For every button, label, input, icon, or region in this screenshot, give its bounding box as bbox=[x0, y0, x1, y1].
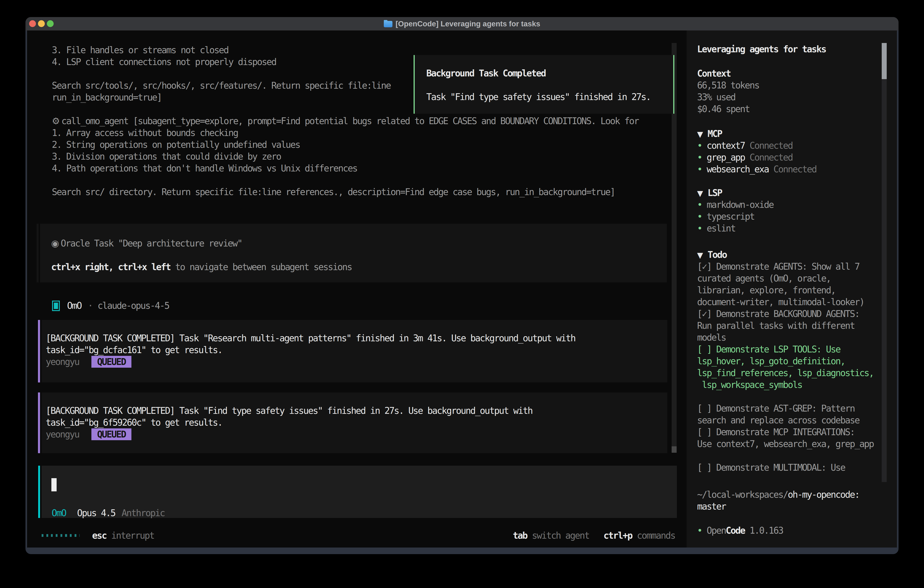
mcp-item: •grep_appConnected bbox=[697, 152, 817, 163]
session-sidebar: Leveraging agents for tasks Context 66,5… bbox=[686, 30, 897, 548]
task-message-accent bbox=[38, 320, 40, 382]
dot-icon: • bbox=[697, 199, 707, 211]
status-bar: esc interrupt tab switch agentctrl+p com… bbox=[27, 530, 686, 542]
text-cursor bbox=[51, 478, 57, 491]
task-message: [BACKGROUND TASK COMPLETED] Task "Resear… bbox=[41, 320, 667, 382]
todo-pending-line: Use context7, websearch_exa, grep_app bbox=[697, 438, 873, 450]
shortcut-esc: esc interrupt bbox=[92, 530, 154, 542]
chat-line: 1. Array access without bounds checking bbox=[52, 127, 639, 139]
chat-scrollbar-thumb[interactable] bbox=[672, 446, 676, 453]
todo-pending-line: [ ] Demonstrate MCP INTEGRATIONS: bbox=[697, 426, 873, 438]
spinner-dots bbox=[41, 534, 79, 537]
sidebar-scrollbar[interactable] bbox=[882, 43, 887, 482]
tool-call-line: ⚙call_omo_agent [subagent_type=explore, … bbox=[52, 115, 639, 127]
lsp-item: •eslint bbox=[697, 222, 774, 234]
todo-active-line: [ ] Demonstrate LSP TOOLS: Use bbox=[697, 344, 873, 355]
agent-icon bbox=[52, 301, 60, 311]
task-author: yeongyu bbox=[46, 429, 79, 439]
dot-icon: • bbox=[697, 152, 707, 163]
lsp-item: •markdown-oxide bbox=[697, 199, 774, 211]
dot-icon: • bbox=[697, 140, 707, 152]
tool-call-text: call_omo_agent [subagent_type=explore, p… bbox=[61, 116, 639, 126]
context-tokens: 66,518 tokens bbox=[697, 79, 759, 91]
todo-pending-line bbox=[697, 391, 873, 403]
task-message-line: [BACKGROUND TASK COMPLETED] Task "Resear… bbox=[46, 332, 667, 344]
workspace-path: ~/local-workspaces/oh-my-opencode: maste… bbox=[697, 489, 859, 512]
window-titlebar[interactable]: [OpenCode] Leveraging agents for tasks bbox=[25, 17, 899, 30]
task-message-line: [BACKGROUND TASK COMPLETED] Task "Find t… bbox=[46, 405, 667, 416]
lsp-heading[interactable]: ▼LSP bbox=[697, 187, 774, 199]
sidebar-session-title: Leveraging agents for tasks bbox=[697, 44, 826, 55]
todo-active-line: lsp_find_references, lsp_diagnostics, bbox=[697, 367, 873, 379]
todo-done-line: librarian, explore, frontend, bbox=[697, 284, 873, 296]
chat-line: Search src/ directory. Return specific f… bbox=[52, 186, 639, 198]
context-section: Context 66,518 tokens 33% used $0.46 spe… bbox=[697, 68, 759, 115]
context-spent: $0.46 spent bbox=[697, 103, 759, 115]
workspace-branch: master bbox=[697, 500, 859, 512]
shortcut-hints: tab switch agentctrl+p commands bbox=[513, 530, 675, 542]
todo-heading[interactable]: ▼Todo bbox=[697, 249, 873, 261]
chevron-down-icon: ▼ bbox=[697, 249, 708, 261]
version-row: •OpenCode 1.0.163 bbox=[697, 525, 783, 537]
background-task-notification: Background Task Completed Task "Find typ… bbox=[414, 55, 674, 114]
gear-icon: ⚙ bbox=[52, 115, 61, 127]
agent-name: OmO bbox=[67, 301, 81, 311]
input-accent bbox=[38, 466, 40, 518]
chat-line: 3. Division operations that could divide… bbox=[52, 150, 639, 162]
chat-line bbox=[52, 174, 639, 186]
prompt-input[interactable]: OmOOpus 4.5Anthropic bbox=[41, 466, 677, 518]
dot-icon: • bbox=[697, 222, 707, 234]
input-model-name: Opus 4.5 bbox=[77, 508, 115, 518]
chevron-down-icon: ▼ bbox=[697, 187, 708, 199]
status-badge: QUEUED bbox=[91, 356, 131, 368]
mcp-item: •websearch_exaConnected bbox=[697, 163, 817, 175]
folder-icon bbox=[384, 21, 393, 27]
terminal-content: 3. File handles or streams not closed4. … bbox=[27, 30, 897, 548]
oracle-task-box[interactable]: ◉Oracle Task "Deep architecture review" … bbox=[40, 224, 667, 282]
dot-icon: • bbox=[697, 211, 707, 222]
record-icon: ◉ bbox=[51, 237, 61, 249]
chevron-down-icon: ▼ bbox=[697, 128, 708, 140]
window-title: [OpenCode] Leveraging agents for tasks bbox=[25, 17, 899, 30]
todo-active-line: lsp_hover, lsp_goto_definition, bbox=[697, 355, 873, 367]
oracle-task-title: ◉Oracle Task "Deep architecture review" bbox=[51, 237, 667, 249]
todo-active-line: lsp_workspace_symbols bbox=[697, 379, 873, 391]
mcp-item: •context7Connected bbox=[697, 140, 817, 152]
oracle-task-hint: ctrl+x right, ctrl+x left to navigate be… bbox=[51, 261, 667, 273]
sidebar-scrollbar-thumb[interactable] bbox=[882, 43, 887, 79]
terminal-window: [OpenCode] Leveraging agents for tasks 3… bbox=[25, 17, 899, 554]
input-agent-name: OmO bbox=[52, 508, 66, 518]
chat-line: 3. File handles or streams not closed bbox=[52, 44, 639, 56]
dot-icon: • bbox=[697, 525, 707, 537]
todo-pending-line: [ ] Demonstrate AST-GREP: Pattern bbox=[697, 403, 873, 414]
lsp-section: ▼LSP •markdown-oxide•typescript•eslint bbox=[697, 187, 774, 234]
dot-icon: • bbox=[697, 163, 707, 175]
todo-pending-line: [ ] Demonstrate MULTIMODAL: Use bbox=[697, 462, 873, 473]
mcp-section: ▼MCP •context7Connected•grep_appConnecte… bbox=[697, 128, 817, 175]
task-message-accent bbox=[38, 393, 40, 453]
notification-body: Task "Find type safety issues" finished … bbox=[426, 91, 673, 103]
oracle-task-accent bbox=[36, 224, 39, 282]
window-title-text: [OpenCode] Leveraging agents for tasks bbox=[396, 20, 540, 28]
chat-pane: 3. File handles or streams not closed4. … bbox=[27, 30, 686, 548]
input-provider-name: Anthropic bbox=[122, 508, 165, 518]
todo-done-line: Run parallel tasks with different bbox=[697, 320, 873, 332]
task-author: yeongyu bbox=[46, 357, 79, 367]
todo-done-line: curated agents (OmO, oracle, bbox=[697, 273, 873, 284]
todo-done-line: document-writer, multimodal-looker) bbox=[697, 296, 873, 308]
todo-pending-line: search and replace across codebase bbox=[697, 414, 873, 426]
agent-separator: · bbox=[88, 301, 92, 311]
context-used: 33% used bbox=[697, 91, 759, 103]
agent-model: claude-opus-4-5 bbox=[97, 301, 169, 311]
model-indicator: OmOOpus 4.5Anthropic bbox=[52, 507, 165, 519]
todo-section: ▼Todo [✓] Demonstrate AGENTS: Show all 7… bbox=[697, 249, 873, 473]
agent-header: OmO·claude-opus-4-5 bbox=[52, 300, 169, 312]
task-message: [BACKGROUND TASK COMPLETED] Task "Find t… bbox=[41, 393, 667, 453]
chat-line: 2. String operations on potentially unde… bbox=[52, 139, 639, 150]
todo-done-line: [✓] Demonstrate AGENTS: Show all 7 bbox=[697, 261, 873, 273]
todo-done-line: [✓] Demonstrate BACKGROUND AGENTS: bbox=[697, 308, 873, 320]
status-badge: QUEUED bbox=[91, 428, 131, 440]
todo-done-line: models bbox=[697, 332, 873, 344]
task-message-line: task_id="bg_6f59260c" to get results. bbox=[46, 416, 667, 428]
mcp-heading[interactable]: ▼MCP bbox=[697, 128, 817, 140]
